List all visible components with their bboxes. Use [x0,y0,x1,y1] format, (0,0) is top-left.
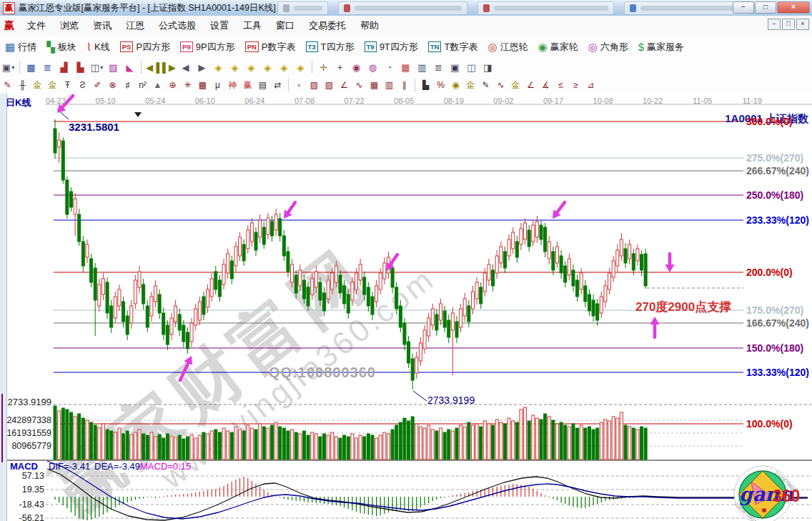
draw-tool-button[interactable]: ∥ [397,78,412,92]
draw-tool-button[interactable]: ∿ [352,78,367,92]
toolbar-icon-button[interactable]: ▶ [194,60,210,74]
toolbar-icon-button[interactable]: ▟ [56,60,72,74]
draw-tool-button[interactable]: ∠ [523,78,538,92]
menu-item-文件[interactable]: 文件 [20,16,53,35]
menu-item-交易委托[interactable]: 交易委托 [302,16,353,35]
draw-tool-button[interactable]: ♯ [120,78,135,92]
tool-行情[interactable]: ▦行情 [0,41,41,54]
draw-tool-button[interactable]: 赢 [240,78,255,92]
tool-赢家轮[interactable]: ◉赢家轮 [533,41,583,54]
mdi-close-button[interactable]: × [796,19,809,30]
ghost-tab[interactable] [477,1,614,15]
draw-tool-button[interactable]: ≥ [568,78,583,92]
draw-tool-button[interactable]: ▥ [382,78,397,92]
toolbar-icon-button[interactable]: ＋ [332,60,348,74]
tool-9P四方形[interactable]: P99P四方形 [175,41,240,54]
toolbar-icon-button[interactable]: ≣ [39,60,56,74]
tool-六角形[interactable]: ◎六角形 [583,41,633,54]
draw-tool-button[interactable]: 金 [45,78,60,92]
toolbar-icon-button[interactable]: ≣ [430,60,447,74]
toolbar-icon-button[interactable]: ◈ [243,60,259,74]
menu-item-公式选股[interactable]: 公式选股 [152,16,203,35]
close-button[interactable]: × [777,1,810,14]
tool-K线[interactable]: ⌇K线 [81,41,115,54]
menu-item-窗口[interactable]: 窗口 [269,16,302,35]
draw-tool-button[interactable]: ◉ [448,78,463,92]
toolbar-icon-button[interactable]: ◍ [365,60,381,74]
draw-tool-button[interactable]: μ [210,78,225,92]
toolbar-icon-button[interactable]: ◈ [227,60,243,74]
toolbar-icon-button[interactable]: ▣ [447,60,463,74]
draw-tool-button[interactable]: ✐ [90,78,105,92]
draw-tool-button[interactable]: ▦ [367,78,382,92]
toolbar-icon-button[interactable]: ◉ [348,60,365,74]
toolbar-icon-button[interactable]: ◈ [210,60,227,74]
draw-tool-button[interactable]: Ŧ [60,78,75,92]
draw-tool-button[interactable]: ⊗ [105,78,120,92]
draw-tool-button[interactable]: ▨ [307,78,322,92]
draw-tool-button[interactable]: Ƨ [75,78,90,92]
toolbar-icon-button[interactable]: ◈ [292,60,309,74]
tool-P数字表[interactable]: PNP数字表 [240,41,301,54]
toolbar-icon-button[interactable]: ◫▾ [89,60,105,74]
tool-T四方形[interactable]: T3T四方形 [301,41,360,54]
draw-tool-button[interactable]: ≤ [553,78,568,92]
draw-tool-button[interactable]: ∠ [337,78,352,92]
toolbar-icon-button[interactable]: ◨ [480,60,496,74]
menu-item-工具[interactable]: 工具 [236,16,269,35]
tool-P四方形[interactable]: PSP四方形 [115,41,175,54]
draw-tool-button[interactable]: 神 [225,78,240,92]
toolbar-icon-button[interactable]: ✛ [315,60,332,74]
toolbar-icon-button[interactable]: ▌▶ [161,60,177,74]
mdi-restore-button[interactable]: □ [782,19,795,30]
draw-tool-button[interactable]: ⇄ [270,78,285,92]
ghost-tab[interactable] [338,1,467,15]
draw-tool-button[interactable]: ⊕ [165,78,180,92]
toolbar-icon-button[interactable]: ◔ [381,60,397,74]
ghost-tab[interactable] [624,1,750,15]
ghost-tab[interactable] [277,1,328,15]
tool-板块[interactable]: ▚板块 [41,41,81,54]
draw-tool-button[interactable]: 金 [30,78,45,92]
chart-area[interactable]: 赢家财富网 www.yingjia360.com 234567890123456… [0,94,812,521]
restore-button[interactable]: □ [755,1,776,14]
draw-tool-button[interactable]: ▧ [322,78,337,92]
toolbar-icon-button[interactable]: ▙ [72,60,89,74]
draw-tool-button[interactable]: ✳ [180,78,195,92]
draw-tool-button[interactable]: ✎ [0,78,15,92]
draw-tool-button[interactable]: n² [135,78,150,92]
toolbar-icon-button[interactable]: ▩ [23,60,39,74]
toolbar-icon-button[interactable]: ▦ [397,60,414,74]
toolbar-icon-button[interactable]: ◈ [276,60,292,74]
draw-tool-button[interactable]: ▫ [292,78,307,92]
toolbar-icon-button[interactable]: ▨ [105,60,122,74]
menu-item-帮助[interactable]: 帮助 [353,16,386,35]
tool-赢家服务[interactable]: $赢家服务 [633,41,689,54]
menu-item-设置[interactable]: 设置 [203,16,236,35]
draw-tool-button[interactable]: ▤ [255,78,270,92]
menu-item-资讯[interactable]: 资讯 [86,16,119,35]
draw-tool-button[interactable]: ✎ [478,78,493,92]
draw-tool-button[interactable]: ▲ [150,78,165,92]
draw-tool-button[interactable]: ▙ [418,78,433,92]
menu-item-浏览[interactable]: 浏览 [53,16,86,35]
draw-tool-button[interactable]: ⊿ [583,78,598,92]
mdi-minimize-button[interactable]: − [768,19,781,30]
draw-tool-button[interactable]: ╫ [15,78,30,92]
toolbar-icon-button[interactable]: ◀▐ [144,60,161,74]
tool-江恩轮[interactable]: ◎江恩轮 [482,41,533,54]
draw-tool-button[interactable]: ∡ [538,78,553,92]
toolbar-icon-button[interactable]: ▥ [414,60,430,74]
draw-tool-button[interactable]: % [433,78,448,92]
draw-tool-button[interactable]: 金 [508,78,523,92]
toolbar-icon-button[interactable]: ▣▾ [0,60,16,74]
toolbar-icon-button[interactable]: ◀ [177,60,194,74]
toolbar-icon-button[interactable]: ◈ [259,60,276,74]
menu-item-江恩[interactable]: 江恩 [119,16,152,35]
minimize-button[interactable]: − [733,1,754,14]
draw-tool-button[interactable]: 金 [463,78,478,92]
toolbar-icon-button[interactable]: ◣ [122,60,138,74]
draw-tool-button[interactable]: ▩ [195,78,210,92]
tool-9T四方形[interactable]: T99T四方形 [360,41,423,54]
draw-tool-button[interactable]: ∿ [493,78,508,92]
